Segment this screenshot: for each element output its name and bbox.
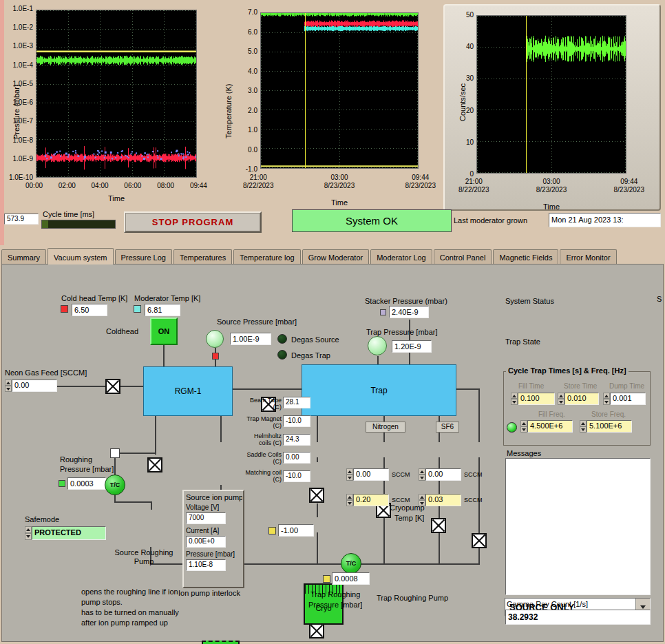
temperature-x-axis-label: Time <box>260 198 419 207</box>
store-time-input[interactable]: 0.010 <box>564 393 599 405</box>
trap-right-valve-icon <box>472 533 487 548</box>
cold-head-temp-value: 6.50 <box>72 304 107 316</box>
stacker-pressure-label: Stacker Pressure (mbar) <box>365 297 447 305</box>
nitrogen-flow-setpoint[interactable]: 0.00 <box>346 468 389 481</box>
store-time-spin[interactable] <box>558 393 564 405</box>
safemode-value[interactable]: PROTECTED <box>32 526 106 540</box>
cryopump-temp-led <box>268 527 276 534</box>
source-ion-pump-panel: Source ion pump Voltage [V] 7000 Current… <box>182 490 244 588</box>
helmholtz-coils-label: Helmholtz coils (C) <box>244 433 282 446</box>
cryopump-temp-label-2: Temp [K] <box>394 514 424 522</box>
dump-time-label: Dump Time <box>609 382 644 390</box>
trap-roughing-pressure-label-1: Trap Roughing <box>310 590 360 599</box>
temperature-x-ticks: 21:008/22/202303:008/23/202309:448/23/20… <box>243 174 436 190</box>
truncated-right-label: S <box>657 295 662 303</box>
coldhead-on-button[interactable]: ON <box>150 318 178 345</box>
saddle-coils-value: 0.00 <box>283 452 310 464</box>
tab-temperature-log[interactable]: Temperature log <box>233 249 301 264</box>
temperature-y-ticks: 7.06.05.04.03.02.01.00.0-1.0 <box>235 8 257 173</box>
tab-magnetic-fields[interactable]: Magnetic Fields <box>493 249 558 264</box>
cryo-lower-valve-icon <box>309 623 324 638</box>
degas-source-led[interactable] <box>277 334 287 344</box>
nitrogen-readback-value[interactable]: 0.20 <box>353 494 389 506</box>
nitrogen-flow-unit: SCCM <box>392 471 410 478</box>
nitrogen-tag: Nitrogen <box>366 422 405 433</box>
fill-time-spin[interactable] <box>511 393 518 405</box>
degas-trap-label: Degas Trap <box>291 351 330 360</box>
temperature-history-chart: Temperature (K) 7.06.05.04.03.02.01.00.0… <box>212 4 423 208</box>
pressure-history-chart: Pressure (mbar) 1.0E-11.0E-21.0E-31.0E-4… <box>6 4 204 208</box>
sf6-flow-setpoint[interactable]: 0.00 <box>419 468 461 481</box>
safemode-selector[interactable]: PROTECTED <box>25 526 106 540</box>
roughing-junction <box>110 448 120 458</box>
sf6-flow-readback[interactable]: 0.03 <box>419 494 461 506</box>
fill-freq-input[interactable]: 4.500E+6 <box>527 420 573 433</box>
sf6-flow-input[interactable]: 0.00 <box>425 468 461 481</box>
fill-time-input[interactable]: 0.100 <box>518 393 555 405</box>
fill-time-control[interactable]: 0.100 <box>511 393 555 405</box>
neon-feed-input[interactable]: 0.00 <box>12 380 57 392</box>
source-roughing-pump-label: Source Roughing Pump <box>104 548 184 566</box>
trap-roughing-pressure-value: 0.0008 <box>332 572 370 585</box>
trap-magnet-value: -10.0 <box>283 415 310 427</box>
nitrogen-flow-spin[interactable] <box>346 468 353 481</box>
saddle-coils-label: Saddle Coils (C) <box>244 451 282 465</box>
source-thermocouple-icon: T/C <box>105 475 125 495</box>
store-freq-spin[interactable] <box>580 420 587 433</box>
counts-x-axis-label: Time <box>476 202 626 211</box>
dump-time-input[interactable]: 0.001 <box>610 393 646 405</box>
dump-time-spin[interactable] <box>603 393 610 405</box>
fill-freq-control[interactable]: 4.500E+6 <box>520 420 573 433</box>
tab-control-panel[interactable]: Control Panel <box>434 249 492 264</box>
roughing-pressure-label-1: Roughing <box>60 455 92 464</box>
sf6-readback-value[interactable]: 0.03 <box>425 494 461 506</box>
pipe-line <box>456 388 480 390</box>
safemode-spin[interactable] <box>25 526 32 540</box>
neon-feed-increment-decrement[interactable] <box>5 380 12 392</box>
cycle-time-bar <box>41 220 116 229</box>
stop-program-button[interactable]: STOP PROGRAM <box>124 211 262 233</box>
tab-summary[interactable]: Summary <box>1 249 46 264</box>
tab-pressure-log[interactable]: Pressure Log <box>115 249 172 264</box>
ion-pump-voltage-label: Voltage [V] <box>186 503 219 511</box>
system-status-label: System Status <box>505 297 554 305</box>
trap-pressure-gauge-icon <box>368 336 387 355</box>
pipe-line <box>377 356 379 364</box>
tab-moderator-log[interactable]: Moderator Log <box>370 249 432 264</box>
nitrogen-flow-input[interactable]: 0.00 <box>353 468 389 481</box>
trap-pressure-value: 1.20E-9 <box>392 340 432 353</box>
cycle-status-led <box>507 422 517 433</box>
fill-freq-spin[interactable] <box>520 420 527 433</box>
dump-time-control[interactable]: 0.001 <box>603 393 646 405</box>
window-edge-strip <box>0 0 4 245</box>
nitrogen-readback-spin[interactable] <box>346 494 353 506</box>
degas-trap-led[interactable] <box>277 350 287 360</box>
tab-temperatures[interactable]: Temperatures <box>173 249 232 264</box>
tab-grow-moderator[interactable]: Grow Moderator <box>302 249 369 264</box>
pipe-line <box>317 457 318 462</box>
tab-error-monitor[interactable]: Error Monitor <box>560 249 616 264</box>
ion-pump-voltage-value: 7000 <box>186 512 226 524</box>
store-freq-control[interactable]: 5.100E+6 <box>580 420 632 433</box>
matching-coil-label: Matching coil (C) <box>244 469 282 483</box>
nitrogen-flow-readback[interactable]: 0.20 <box>346 494 389 506</box>
fill-time-label: Fill Time <box>518 382 544 390</box>
source-pressure-led <box>212 353 219 360</box>
pipe-line <box>55 386 145 387</box>
safemode-label: Safemode <box>25 515 59 523</box>
trap-roughing-pressure-led <box>323 575 330 583</box>
stacker-pressure-led <box>380 309 386 315</box>
neon-gas-feed-control[interactable]: 0.00 <box>5 380 57 392</box>
ion-pump-title: Source ion pump <box>186 493 242 501</box>
fill-freq-label: Fill Freq. <box>538 411 565 418</box>
store-freq-input[interactable]: 5.100E+6 <box>587 420 632 433</box>
pressure-x-ticks: 00:0002:0004:0006:0008:0009:44 <box>25 182 207 189</box>
pipe-line <box>317 416 318 442</box>
cryo-line-valve-icon <box>309 488 324 503</box>
tab-vacuum-system[interactable]: Vacuum system <box>48 248 113 264</box>
counts-x-ticks: 21:008/22/202303:008/23/202309:448/23/20… <box>458 178 644 194</box>
trap-roughing-pump-label: Trap Roughing Pump <box>374 594 451 603</box>
sf6-flow-spin[interactable] <box>419 468 425 481</box>
ion-pump-valve-button[interactable]: ON <box>202 641 240 644</box>
store-time-control[interactable]: 0.010 <box>558 393 599 405</box>
